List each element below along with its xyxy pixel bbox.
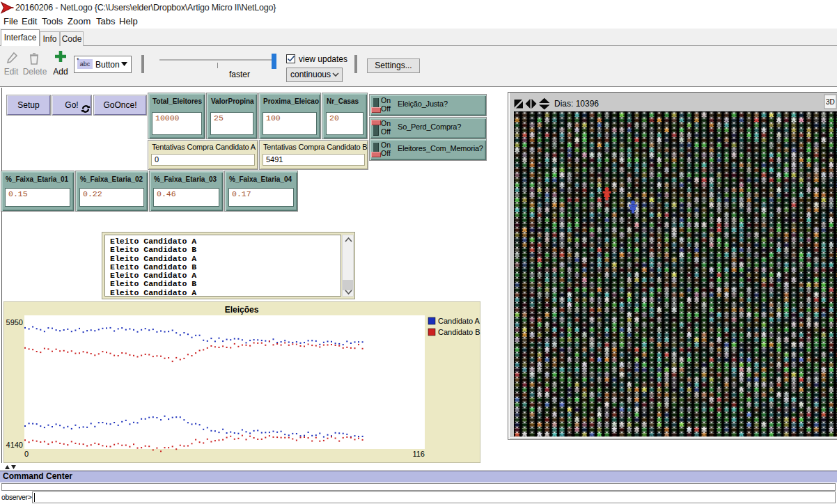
svg-text:Candidato B: Candidato B — [438, 328, 480, 336]
svg-text:Eleições: Eleições — [225, 305, 259, 315]
svg-text:116: 116 — [412, 450, 425, 458]
svg-text:Candidato A: Candidato A — [438, 317, 480, 325]
svg-text:5950: 5950 — [6, 318, 23, 326]
svg-text:Dias: 10396: Dias: 10396 — [554, 99, 599, 109]
svg-text:0: 0 — [24, 450, 29, 458]
svg-text:4140: 4140 — [6, 441, 23, 449]
svg-text:3D: 3D — [826, 98, 835, 106]
